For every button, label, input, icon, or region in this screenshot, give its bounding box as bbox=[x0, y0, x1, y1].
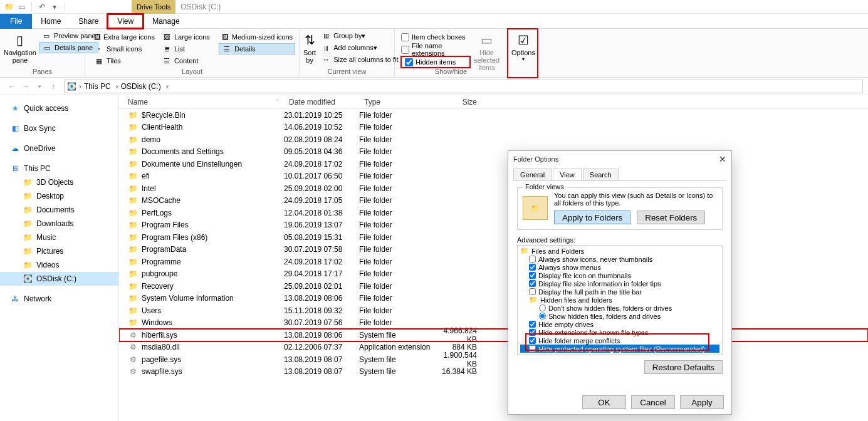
col-date[interactable]: Date modified bbox=[284, 98, 359, 107]
crumb-pc[interactable]: This PC bbox=[84, 82, 111, 91]
apply-to-folders-button[interactable]: Apply to Folders bbox=[554, 210, 630, 224]
advanced-settings-tree[interactable]: 📁Files and Folders Always show icons, ne… bbox=[517, 245, 723, 355]
checkbox[interactable] bbox=[529, 272, 536, 279]
checkbox[interactable] bbox=[529, 321, 536, 328]
checkbox[interactable] bbox=[529, 280, 536, 287]
nav-music[interactable]: 📁Music bbox=[0, 231, 118, 244]
crumb-drive[interactable]: OSDisk (C:) bbox=[121, 82, 161, 91]
content[interactable]: ☰Content bbox=[159, 55, 216, 66]
tab-general[interactable]: General bbox=[513, 169, 552, 180]
nav-quick-access[interactable]: ★Quick access bbox=[0, 101, 118, 115]
hide-selected-items[interactable]: ▭ Hide selected items bbox=[470, 30, 503, 66]
file-row[interactable]: 📁ClientHealth14.06.2019 10:52File folder bbox=[119, 122, 868, 134]
nav-pictures[interactable]: 📁Pictures bbox=[0, 244, 118, 258]
sort-by-button[interactable]: ⇅ Sort by bbox=[303, 30, 316, 66]
tree-item[interactable]: Always show icons, never thumbnails bbox=[520, 255, 719, 263]
small-icons[interactable]: ▫Small icons bbox=[92, 43, 157, 55]
nav-box-sync[interactable]: ◧Box Sync bbox=[0, 122, 118, 135]
file-row[interactable]: 📁Windows30.07.2019 07:56File folder bbox=[119, 317, 868, 330]
tree-item[interactable]: Always show menus bbox=[520, 263, 719, 271]
nav-desktop[interactable]: 📁Desktop bbox=[0, 189, 118, 203]
file-row[interactable]: 📁efi10.01.2017 06:50File folder bbox=[119, 170, 868, 183]
tree-item[interactable]: Display file icon on thumbnails bbox=[520, 271, 719, 279]
file-row[interactable]: 📁Recovery25.09.2018 02:01File folder bbox=[119, 280, 868, 293]
tab-search[interactable]: Search bbox=[583, 169, 619, 180]
file-row[interactable]: 📁Programme24.09.2018 17:02File folder bbox=[119, 256, 868, 268]
navigation-pane-button[interactable]: ▯ Navigation pane bbox=[4, 30, 36, 66]
ok-button[interactable]: OK bbox=[582, 395, 626, 409]
file-name-extensions[interactable]: File name extensions bbox=[401, 44, 470, 55]
chevron-icon[interactable]: › bbox=[116, 82, 118, 91]
nav-onedrive[interactable]: ☁OneDrive bbox=[0, 142, 118, 155]
tab-manage[interactable]: Manage bbox=[144, 14, 188, 29]
file-row[interactable]: 📁pubgroupe29.04.2018 17:17File folder bbox=[119, 268, 868, 281]
file-row[interactable]: ⚙pagefile.sys13.08.2019 08:07System file… bbox=[119, 353, 868, 366]
file-row[interactable]: 📁Intel25.09.2018 02:00File folder bbox=[119, 182, 868, 195]
apply-button[interactable]: Apply bbox=[680, 395, 724, 409]
tree-item[interactable]: Hide extensions for known file types bbox=[520, 328, 719, 336]
checkbox[interactable] bbox=[529, 345, 536, 352]
properties-icon[interactable]: ▭ bbox=[18, 3, 25, 11]
checkbox[interactable] bbox=[529, 329, 536, 336]
tree-item[interactable]: Display file size information in folder … bbox=[520, 279, 719, 288]
chevron-icon[interactable]: › bbox=[166, 82, 169, 91]
options-button[interactable]: ☑ Options ▾ bbox=[511, 30, 535, 66]
reset-folders-button[interactable]: Reset Folders bbox=[637, 210, 705, 224]
checkbox[interactable] bbox=[529, 288, 536, 295]
checkbox[interactable] bbox=[529, 256, 536, 262]
file-row[interactable]: 📁ProgramData30.07.2019 07:58File folder bbox=[119, 244, 868, 256]
dialog-titlebar[interactable]: Folder Options ✕ bbox=[508, 151, 731, 167]
radio[interactable] bbox=[539, 313, 546, 320]
details-view[interactable]: ☰Details bbox=[219, 43, 295, 55]
nav-network[interactable]: 🖧Network bbox=[0, 292, 118, 306]
nav-downloads[interactable]: 📁Downloads bbox=[0, 217, 118, 231]
address-path[interactable]: 💽 › This PC › OSDisk (C:) › bbox=[64, 80, 863, 93]
file-row[interactable]: ⚙hiberfil.sys13.08.2019 08:06System file… bbox=[119, 329, 868, 341]
list[interactable]: ≣List bbox=[159, 43, 216, 55]
file-row[interactable]: 📁Users15.11.2018 09:32File folder bbox=[119, 304, 868, 317]
contextual-tab[interactable]: Drive Tools bbox=[132, 0, 175, 14]
extra-large-icons[interactable]: 🖼Extra large icons bbox=[92, 31, 157, 43]
group-by[interactable]: ⊞Group by ▾ bbox=[318, 30, 400, 41]
radio[interactable] bbox=[539, 304, 546, 311]
file-row[interactable]: ⚙msdia80.dll02.12.2006 07:37Application … bbox=[119, 341, 868, 354]
file-row[interactable]: 📁Program Files19.06.2019 13:07File folde… bbox=[119, 219, 868, 232]
tree-item[interactable]: Show hidden files, folders and drives bbox=[520, 312, 719, 320]
tab-view[interactable]: View bbox=[553, 169, 582, 180]
tree-item[interactable]: 📁Hidden files and folders bbox=[520, 296, 719, 304]
checkbox[interactable] bbox=[529, 264, 536, 271]
file-row[interactable]: 📁PerfLogs12.04.2018 01:38File folder bbox=[119, 207, 868, 219]
nav-3d-objects[interactable]: 📁3D Objects bbox=[0, 175, 118, 189]
file-list[interactable]: Name˄ Date modified Type Size 📁$Recycle.… bbox=[119, 95, 868, 421]
file-row[interactable]: 📁Dokumente und Einstellungen24.09.2018 1… bbox=[119, 158, 868, 170]
col-name[interactable]: Name˄ bbox=[119, 98, 284, 107]
large-icons[interactable]: 🖼Large icons bbox=[159, 31, 216, 43]
tab-home[interactable]: Home bbox=[32, 14, 70, 29]
back-button[interactable]: ← bbox=[5, 80, 19, 93]
item-check-boxes[interactable]: Item check boxes bbox=[401, 31, 470, 43]
add-columns[interactable]: ⫼Add columns ▾ bbox=[318, 42, 400, 53]
col-size[interactable]: Size bbox=[434, 98, 484, 107]
checkbox[interactable] bbox=[529, 337, 536, 344]
nav-videos[interactable]: 📁Videos bbox=[0, 258, 118, 272]
restore-defaults-button[interactable]: Restore Defaults bbox=[644, 360, 723, 374]
file-row[interactable]: 📁MSOCache24.09.2018 17:05File folder bbox=[119, 195, 868, 207]
cancel-button[interactable]: Cancel bbox=[631, 395, 675, 409]
qat-dropdown-icon[interactable]: ▾ bbox=[51, 3, 58, 11]
tree-item[interactable]: Hide protected operating system files (R… bbox=[520, 345, 719, 353]
file-row[interactable]: ⚙swapfile.sys13.08.2019 08:07System file… bbox=[119, 366, 868, 378]
file-row[interactable]: 📁System Volume Information13.08.2019 08:… bbox=[119, 293, 868, 305]
file-row[interactable]: 📁Program Files (x86)05.08.2019 15:31File… bbox=[119, 231, 868, 244]
tree-item[interactable]: Hide folder merge conflicts bbox=[520, 336, 719, 345]
up-button[interactable]: ↑ bbox=[46, 80, 60, 93]
tiles[interactable]: ▦Tiles bbox=[92, 55, 147, 66]
tab-file[interactable]: File bbox=[0, 14, 32, 29]
close-button[interactable]: ✕ bbox=[719, 154, 726, 164]
tree-item[interactable]: Hide empty drives bbox=[520, 320, 719, 328]
file-row[interactable]: 📁Documents and Settings09.05.2018 04:36F… bbox=[119, 146, 868, 159]
history-dropdown[interactable]: ▾ bbox=[33, 80, 46, 93]
forward-button[interactable]: → bbox=[19, 80, 33, 93]
file-row[interactable]: 📁demo02.08.2019 08:24File folder bbox=[119, 133, 868, 146]
tab-view[interactable]: View bbox=[107, 14, 144, 29]
undo-icon[interactable]: ↶ bbox=[38, 3, 46, 11]
